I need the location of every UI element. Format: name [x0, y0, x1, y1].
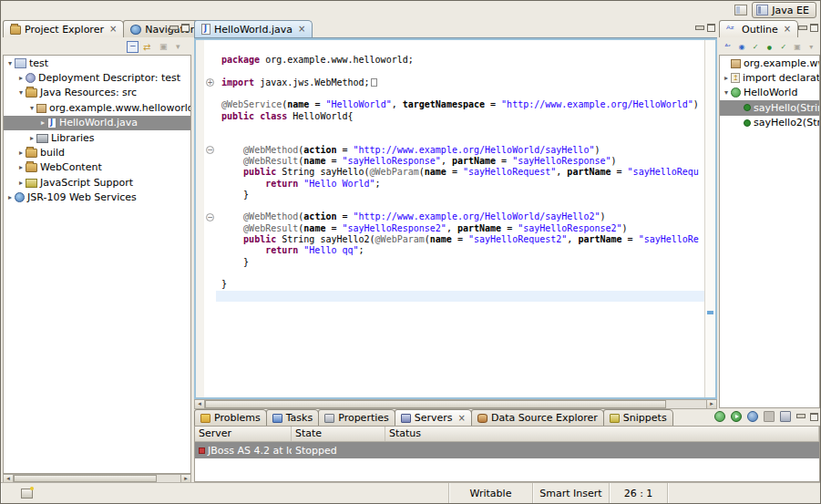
- hide-local-types-icon[interactable]: [778, 42, 788, 53]
- view-menu-icon[interactable]: [806, 42, 816, 53]
- code-line[interactable]: import javax.jws.WebMethod;: [221, 77, 704, 88]
- code-line[interactable]: [221, 133, 704, 144]
- current-line[interactable]: [216, 291, 704, 302]
- minimize-icon[interactable]: [695, 25, 703, 32]
- chevron-right-icon[interactable]: ▸: [16, 179, 26, 187]
- tab-problems[interactable]: Problems: [194, 409, 267, 426]
- explorer-item-jsr-109-web-services[interactable]: ▸JSR-109 Web Services: [4, 190, 190, 205]
- chevron-right-icon[interactable]: ▸: [16, 149, 26, 157]
- view-menu-icon[interactable]: [176, 41, 188, 53]
- code-line[interactable]: }: [221, 279, 704, 290]
- chevron-down-icon[interactable]: ▾: [722, 88, 731, 97]
- maximize-icon[interactable]: [181, 24, 190, 32]
- editor-tab-helloworld[interactable]: HelloWorld.java: [194, 20, 313, 37]
- code-line[interactable]: package org.example.www.helloworld;: [221, 55, 704, 66]
- code-line[interactable]: @WebMethod(action = "http://www.example.…: [221, 145, 704, 156]
- close-icon[interactable]: [109, 25, 117, 34]
- tab-properties[interactable]: Properties: [318, 409, 395, 426]
- code-line[interactable]: @WebService(name = "HelloWorld", targetN…: [221, 99, 704, 110]
- explorer-item-java-resources-src[interactable]: ▾Java Resources: src: [4, 86, 190, 100]
- code-line[interactable]: [221, 201, 704, 211]
- outline-item-sayhello-string[interactable]: sayHello(String): [720, 100, 819, 115]
- chevron-down-icon[interactable]: ▾: [27, 104, 36, 112]
- close-icon[interactable]: [298, 25, 305, 34]
- stop-server-icon[interactable]: [764, 411, 775, 422]
- chevron-right-icon[interactable]: ▸: [38, 118, 47, 127]
- code-line[interactable]: [221, 67, 704, 77]
- start-server-icon[interactable]: [731, 411, 742, 422]
- explorer-item-build[interactable]: ▸build: [4, 145, 190, 159]
- chevron-right-icon[interactable]: ▸: [16, 163, 26, 171]
- close-icon[interactable]: [458, 414, 466, 423]
- hide-non-public-icon[interactable]: [765, 42, 775, 53]
- outline-item-org-example-www-helloworld[interactable]: org.example.www.helloworld: [720, 56, 819, 70]
- code-line[interactable]: @WebResult(name = "sayHelloResponse", pa…: [221, 156, 704, 167]
- scroll-left-icon[interactable]: [4, 475, 14, 482]
- chevron-right-icon[interactable]: ▸: [27, 134, 36, 142]
- code-line[interactable]: public class HelloWorld{: [221, 111, 704, 122]
- code-line[interactable]: public String sayHello2(@WebParam(name =…: [221, 234, 704, 245]
- code-line[interactable]: [221, 268, 704, 279]
- tab-navigator[interactable]: Navigator: [123, 20, 201, 37]
- outline-tab[interactable]: Outline: [719, 20, 798, 37]
- tab-project-explorer[interactable]: Project Explorer: [3, 20, 124, 37]
- code-line[interactable]: }: [221, 257, 704, 268]
- chevron-right-icon[interactable]: ▸: [722, 74, 731, 82]
- scroll-left-icon[interactable]: [195, 400, 205, 408]
- folded-region-box[interactable]: [371, 78, 377, 87]
- explorer-item-webcontent[interactable]: ▸WebContent: [4, 160, 190, 175]
- debug-server-icon[interactable]: [714, 411, 725, 422]
- annotation-ruler[interactable]: [196, 40, 204, 397]
- fold-expand-icon[interactable]: +: [206, 78, 214, 87]
- code-line[interactable]: return "Hello World";: [221, 179, 704, 190]
- hide-static-members-icon[interactable]: [751, 42, 761, 53]
- code-line[interactable]: public String sayHello(@WebParam(name = …: [221, 167, 704, 178]
- column-header-status[interactable]: Status: [385, 427, 819, 441]
- column-header-state[interactable]: State: [292, 427, 385, 441]
- code-line[interactable]: }: [221, 190, 704, 201]
- maximize-icon[interactable]: [707, 24, 715, 32]
- tab-snippets[interactable]: Snippets: [603, 409, 673, 426]
- code-line[interactable]: [221, 88, 704, 99]
- explorer-item-helloworld-java[interactable]: ▸HelloWorld.java: [4, 116, 190, 130]
- minimize-icon[interactable]: [169, 25, 178, 32]
- open-perspective-icon[interactable]: [734, 5, 747, 15]
- scroll-right-icon[interactable]: [180, 475, 190, 482]
- link-with-editor-icon[interactable]: [143, 41, 155, 53]
- tab-servers[interactable]: Servers: [395, 409, 472, 426]
- overview-ruler[interactable]: [704, 40, 715, 397]
- publish-server-icon[interactable]: [780, 411, 791, 422]
- chevron-down-icon[interactable]: ▾: [5, 59, 15, 67]
- maximize-icon[interactable]: [810, 413, 818, 421]
- profile-server-icon[interactable]: [747, 411, 758, 422]
- chevron-down-icon[interactable]: ▾: [16, 88, 26, 97]
- collapse-all-icon[interactable]: [127, 41, 139, 53]
- hide-fields-icon[interactable]: [736, 42, 746, 53]
- scrollbar-thumb[interactable]: [14, 475, 157, 482]
- fast-view-icon[interactable]: [21, 489, 33, 499]
- close-icon[interactable]: [784, 25, 791, 34]
- minimize-icon[interactable]: [796, 413, 805, 420]
- chevron-right-icon[interactable]: ▸: [16, 74, 26, 82]
- fold-collapse-icon[interactable]: −: [206, 213, 214, 221]
- column-header-server[interactable]: Server: [195, 427, 292, 441]
- explorer-item-libraries[interactable]: ▸Libraries: [4, 130, 190, 145]
- explorer-item-javascript-support[interactable]: ▸JavaScript Support: [4, 175, 190, 190]
- editor-hscrollbar[interactable]: [194, 399, 717, 409]
- outline-item-helloworld[interactable]: ▾HelloWorld: [720, 86, 819, 100]
- code-line[interactable]: @WebMethod(action = "http://www.example.…: [221, 211, 704, 222]
- perspective-button-java-ee[interactable]: Java EE: [752, 2, 816, 18]
- code-area[interactable]: package org.example.www.helloworld;impor…: [216, 40, 704, 397]
- maximize-icon[interactable]: [810, 24, 818, 32]
- fold-collapse-icon[interactable]: −: [206, 146, 214, 154]
- code-line[interactable]: [221, 122, 704, 133]
- sort-icon[interactable]: [723, 42, 733, 53]
- explorer-item-test[interactable]: ▾test: [4, 56, 190, 70]
- scrollbar-thumb[interactable]: [205, 400, 666, 408]
- tab-tasks[interactable]: Tasks: [266, 409, 319, 426]
- tab-data-source-explorer[interactable]: Data Source Explorer: [471, 409, 604, 426]
- chevron-right-icon[interactable]: ▸: [5, 193, 15, 201]
- code-line[interactable]: [221, 44, 704, 55]
- outline-item-import-declarations[interactable]: ▸import declarations: [720, 70, 819, 85]
- explorer-item-deployment-descriptor-test[interactable]: ▸Deployment Descriptor: test: [4, 70, 190, 85]
